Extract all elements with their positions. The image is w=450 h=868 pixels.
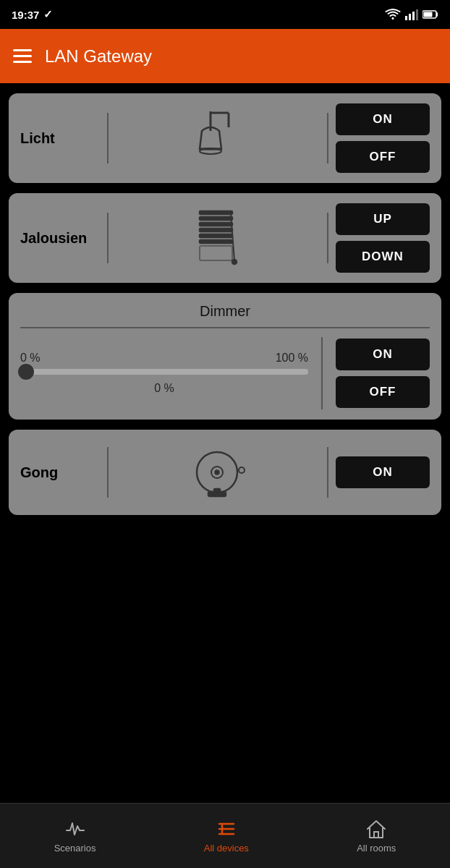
main-content: Licht ON OFF Jalousien — [0, 83, 450, 525]
svg-point-23 — [216, 471, 219, 475]
licht-controls: ON OFF — [336, 103, 430, 173]
gong-on-button[interactable]: ON — [336, 456, 430, 488]
licht-card: Licht ON OFF — [9, 93, 441, 183]
svg-point-20 — [232, 260, 237, 264]
svg-rect-18 — [200, 246, 232, 260]
svg-rect-16 — [200, 234, 232, 237]
jalousien-divider-right — [327, 213, 328, 263]
dimmer-controls: ON OFF — [336, 339, 430, 408]
svg-rect-3 — [412, 12, 415, 20]
svg-rect-15 — [200, 229, 232, 231]
status-time: 19:37 ✓ — [12, 8, 53, 21]
licht-label: Licht — [20, 130, 100, 147]
gong-card: Gong ON — [9, 430, 441, 515]
wifi-icon — [385, 9, 401, 20]
svg-rect-13 — [200, 217, 232, 220]
status-bar: 19:37 ✓ — [0, 0, 450, 29]
menu-button[interactable] — [13, 49, 32, 63]
nav-all-rooms-label: All rooms — [357, 843, 396, 854]
nav-all-devices[interactable]: All devices — [190, 813, 263, 859]
svg-rect-12 — [200, 211, 232, 214]
dimmer-slider-track[interactable] — [20, 369, 308, 375]
gong-label: Gong — [20, 464, 100, 481]
jalousien-label: Jalousien — [20, 230, 100, 247]
gong-icon-area — [116, 440, 320, 505]
dimmer-body: 0 % 100 % 0 % ON OFF — [20, 337, 430, 409]
svg-point-26 — [239, 467, 245, 473]
jalousien-divider — [107, 213, 109, 263]
jalousien-icon-area — [116, 205, 320, 271]
svg-rect-1 — [405, 16, 407, 20]
gong-icon — [185, 440, 250, 505]
battery-icon — [423, 10, 438, 19]
licht-off-button[interactable]: OFF — [336, 141, 430, 173]
page-title: LAN Gateway — [45, 46, 152, 67]
dimmer-off-button[interactable]: OFF — [336, 376, 430, 408]
nav-all-devices-label: All devices — [204, 843, 249, 854]
gong-divider-right — [327, 447, 328, 498]
svg-rect-4 — [416, 9, 418, 20]
jalousien-down-button[interactable]: DOWN — [336, 241, 430, 273]
dimmer-title: Dimmer — [20, 303, 430, 320]
nav-all-rooms[interactable]: All rooms — [342, 813, 410, 859]
dimmer-on-button[interactable]: ON — [336, 339, 430, 370]
svg-rect-17 — [200, 240, 232, 243]
svg-rect-32 — [374, 832, 378, 838]
dimmer-slider-thumb[interactable] — [18, 364, 34, 380]
lamp-icon — [189, 106, 247, 171]
dimmer-min-label: 0 % — [20, 352, 41, 365]
nav-scenarios-label: Scenarios — [54, 843, 96, 854]
gong-divider — [107, 447, 109, 498]
jalousien-up-button[interactable]: UP — [336, 203, 430, 235]
licht-on-button[interactable]: ON — [336, 103, 430, 135]
svg-rect-2 — [409, 14, 411, 20]
pulse-icon — [65, 819, 85, 839]
dimmer-percent-row: 0 % 100 % — [20, 352, 308, 365]
svg-point-0 — [392, 17, 394, 20]
svg-rect-25 — [214, 489, 220, 493]
list-icon — [216, 819, 237, 839]
house-icon — [366, 819, 386, 839]
dimmer-card: Dimmer 0 % 100 % 0 % ON OFF — [9, 293, 441, 420]
blind-icon — [189, 205, 247, 271]
svg-rect-14 — [200, 223, 232, 226]
gong-controls: ON — [336, 456, 430, 488]
jalousien-card: Jalousien UP DOWN — [9, 193, 441, 283]
licht-icon-area — [116, 106, 320, 171]
nav-scenarios[interactable]: Scenarios — [40, 813, 111, 859]
dimmer-max-label: 100 % — [276, 352, 308, 365]
dimmer-separator — [20, 327, 430, 328]
status-icons — [385, 9, 438, 20]
signal-icon — [405, 9, 418, 20]
licht-divider — [107, 113, 109, 163]
jalousien-controls: UP DOWN — [336, 203, 430, 273]
dimmer-slider-area: 0 % 100 % 0 % — [20, 352, 308, 395]
header: LAN Gateway — [0, 29, 450, 83]
dimmer-divider-right — [321, 337, 323, 409]
bottom-nav: Scenarios All devices All rooms — [0, 803, 450, 868]
svg-rect-6 — [424, 12, 433, 17]
dimmer-current-value: 0 % — [20, 382, 308, 395]
licht-divider-right — [327, 113, 328, 163]
